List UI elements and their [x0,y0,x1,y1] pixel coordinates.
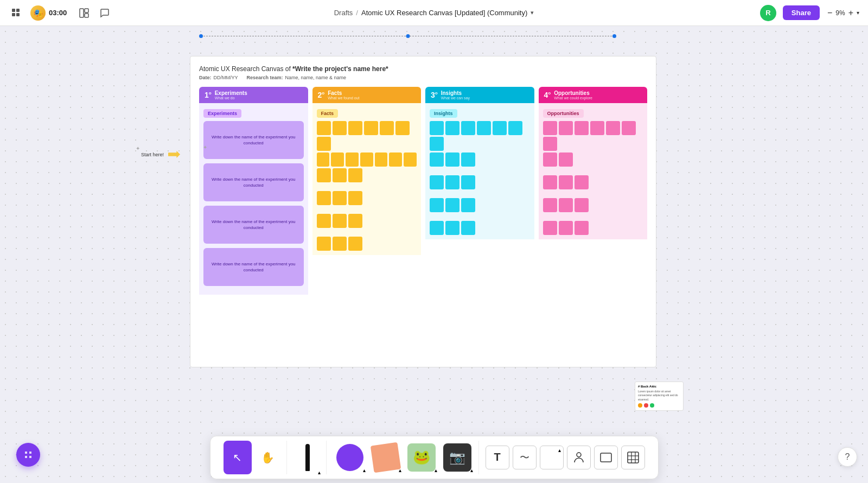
sticky-cyan [445,121,459,135]
frog-sticker-button[interactable]: 🐸 [405,441,438,474]
exp-card-text-2: Write down the name of the experiment yo… [210,176,297,188]
exp-card-3[interactable]: Write down the name of the experiment yo… [203,206,304,244]
sticky-pink [606,121,620,135]
zoom-out-button[interactable]: − [826,8,833,18]
user-avatar-badge: R [760,5,776,21]
exp-card-2[interactable]: Write down the name of the experiment yo… [203,163,304,201]
col-tag-opportunities: Opportunities [543,109,584,118]
opps-stickies-3 [543,198,643,212]
topbar-left: 🎭 03:00 [9,4,112,22]
insights-stickies-1 [430,121,530,167]
sticky-yellow [317,152,330,167]
topbar-right: R Share − 9% + ▾ [760,5,859,21]
exp-card-4[interactable]: Write down the name of the experiment yo… [203,248,304,286]
select-tool-button[interactable]: ↖ [224,441,252,474]
sticky-pink [590,121,604,135]
circle-icon [336,444,363,471]
sticky-cyan [430,152,444,167]
exp-card-text-3: Write down the name of the experiment yo… [210,219,297,231]
table-tool-button[interactable] [621,446,645,469]
help-icon: ? [845,452,850,462]
layout-icon[interactable] [76,5,92,21]
breadcrumb: Drafts / Atomic UX Research Canvas [Upda… [334,9,534,17]
facts-stickies-3 [317,214,417,228]
exp-card-1[interactable]: Write down the name of the experiment yo… [203,121,304,159]
grid-menu-button[interactable] [9,5,24,21]
person-tool-button[interactable] [567,446,591,469]
camera-sticker-button[interactable]: 📷 [441,441,474,474]
breadcrumb-drafts[interactable]: Drafts [334,9,353,17]
sticky-pink [543,121,557,135]
fab-home-button[interactable] [16,443,40,467]
sticky-pink [575,221,589,235]
sticky-yellow [317,137,331,151]
circle-sticker-button[interactable] [333,441,367,474]
start-here-label: Start here! ✦ ✦ [141,151,180,158]
sticky-cyan [430,221,444,235]
chevron-down-icon[interactable]: ▾ [531,9,534,16]
col-tag-insights: Insights [430,109,457,118]
svg-point-7 [577,453,581,457]
sparkle-icon: ✦ [136,145,140,151]
sticky-yellow [395,121,410,135]
rectangle-tool-button[interactable] [594,446,618,469]
sticky-pink [575,198,589,212]
sticky-pink [575,175,589,189]
shape-sticker-group: ▴ ▴ 🐸 ▴ 📷 ▴ [329,441,479,474]
opps-stickies-1 [543,121,643,167]
chevron-down-zoom-icon[interactable]: ▾ [857,10,859,16]
frame-header: Atomic UX Research Canvas of *Write the … [199,65,647,80]
sticky-yellow [333,121,347,135]
facts-stickies-1 [317,121,417,182]
sticky-yellow [331,152,344,167]
sticky-pink [575,121,589,135]
chat-icon[interactable] [97,5,112,21]
text-shape-tool-group: T 〜 ▴ [481,446,649,469]
table-icon [627,452,639,463]
column-facts: 2o Facts What we found out Facts [312,87,422,358]
exp-card-text-1: Write down the name of the experiment yo… [210,134,297,146]
canvas-area[interactable]: Start here! ✦ ✦ Atomic UX Research Canva… [0,26,868,483]
sticky-cyan [445,152,459,167]
sticky-yellow [348,121,362,135]
col-title-opportunities: Opportunities [554,90,642,96]
text-tool-icon: T [494,451,500,463]
salmon-expand-button[interactable]: ▴ [399,467,401,473]
pen-icon [305,444,310,471]
pen-expand-button[interactable]: ▴ [318,469,321,475]
zoom-controls: − 9% + ▾ [826,8,859,18]
sticky-pink [543,198,557,212]
arrow-icon [168,151,180,158]
col-header-opportunities: 4o Opportunities What we could explore [539,87,648,103]
zoom-in-button[interactable]: + [847,8,854,18]
help-button[interactable]: ? [838,447,857,467]
doc-title: Atomic UX Research Canvas [Updated] (Com… [361,9,527,17]
col-body-facts: Facts [312,103,422,255]
sticky-yellow [360,152,373,167]
col-body-experiments: Experiments Write down the name of the e… [199,103,308,295]
breadcrumb-separator: / [356,9,358,17]
hand-tool-button[interactable]: ✋ [254,441,282,474]
col-header-experiments: 1o Experiments What we do [199,87,308,103]
sticky-pink [559,152,573,167]
salmon-shape-button[interactable] [369,441,403,474]
text-tool-button[interactable]: T [486,446,509,469]
circle-expand-button[interactable]: ▴ [363,467,366,473]
sticky-yellow [317,121,331,135]
connector-tool-button[interactable]: 〜 [513,446,537,469]
svg-rect-6 [85,14,88,17]
col-sub-insights: What we can say [441,96,529,100]
connector-expand-button[interactable]: ▴ [540,446,564,469]
sticky-pink [559,175,573,189]
sticky-yellow [333,214,347,228]
sticky-yellow [364,121,378,135]
cursor-icon: ↖ [233,451,242,464]
user-avatar-icon: 🎭 [30,5,46,21]
camera-icon: 📷 [443,443,471,472]
pen-tool-group: ▴ [289,441,327,474]
camera-expand-button[interactable]: ▴ [470,467,473,473]
svg-rect-2 [12,13,15,16]
share-button[interactable]: Share [783,5,820,20]
frog-expand-button[interactable]: ▴ [435,467,437,473]
sticky-cyan [445,175,459,189]
